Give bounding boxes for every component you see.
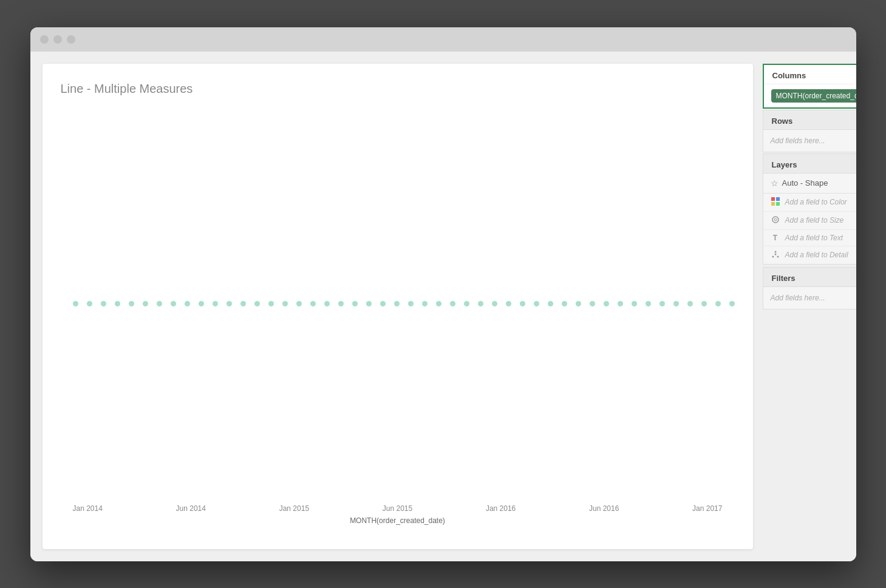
size-icon <box>771 215 780 226</box>
x-axis-label: Jan 2015 <box>279 504 309 513</box>
color-field-row[interactable]: Add a field to Color <box>763 194 856 212</box>
traffic-light-red[interactable] <box>40 35 49 44</box>
svg-point-11 <box>774 251 776 252</box>
dots-row <box>61 301 735 306</box>
x-axis-label: Jan 2017 <box>692 504 722 513</box>
chart-dot <box>436 301 441 306</box>
color-icon <box>771 197 780 208</box>
chart-dot <box>324 301 330 306</box>
chart-dot <box>478 301 483 306</box>
chart-dot <box>715 301 721 306</box>
filters-section: Filters Add fields here... <box>763 267 856 309</box>
title-bar <box>30 27 856 52</box>
filters-placeholder[interactable]: Add fields here... <box>771 294 825 302</box>
traffic-light-green[interactable] <box>67 35 75 44</box>
chart-dot <box>199 301 204 306</box>
x-axis-label: Jun 2016 <box>589 504 619 513</box>
chart-dot <box>687 301 693 306</box>
chart-dot <box>282 301 288 306</box>
detail-field-row[interactable]: Add a field to Detail <box>763 246 856 264</box>
columns-header: Columns <box>764 65 856 84</box>
chart-dot <box>352 301 358 306</box>
color-field-label: Add a field to Color <box>785 198 847 206</box>
chart-dot <box>646 301 651 306</box>
size-field-label: Add a field to Size <box>785 216 844 225</box>
svg-rect-4 <box>771 202 775 206</box>
layers-header: Layers <box>763 154 856 174</box>
chart-dot <box>729 301 735 306</box>
chart-dot <box>227 301 232 306</box>
chart-dot <box>268 301 274 306</box>
svg-rect-3 <box>776 197 780 201</box>
chart-dot <box>408 301 414 306</box>
size-field-row[interactable]: Add a field to Size <box>763 212 856 230</box>
chart-dot <box>296 301 302 306</box>
chart-dot <box>115 301 120 306</box>
auto-shape-row[interactable]: ☆ Auto - Shape ▾ <box>763 174 856 194</box>
chart-dot <box>548 301 553 306</box>
chart-area: Jan 2014Jun 2014Jan 2015Jun 2015Jan 2016… <box>61 108 735 525</box>
chart-dot <box>338 301 344 306</box>
chart-dot <box>310 301 316 306</box>
x-axis-label: Jun 2015 <box>383 504 412 513</box>
chart-dot <box>213 301 218 306</box>
chart-dot <box>240 301 246 306</box>
rows-section: Rows Add fields here... <box>763 110 856 152</box>
columns-body: MONTH(order_created_d... ▾ <box>764 84 856 107</box>
chart-dot <box>673 301 679 306</box>
svg-point-8 <box>772 255 774 257</box>
svg-rect-5 <box>776 202 780 206</box>
text-field-row[interactable]: T Add a field to Text <box>763 230 856 246</box>
x-axis-label: Jan 2014 <box>73 504 103 513</box>
layers-section: Layers ☆ Auto - Shape ▾ Add a field to C… <box>763 154 856 265</box>
x-axis-title: MONTH(order_created_date) <box>61 516 735 525</box>
chart-dot <box>659 301 665 306</box>
rows-header: Rows <box>763 110 856 130</box>
chart-dot <box>185 301 190 306</box>
chart-dot <box>450 301 455 306</box>
filters-body: Add fields here... <box>763 287 856 309</box>
chart-dot <box>618 301 623 306</box>
chart-dot <box>562 301 567 306</box>
svg-point-7 <box>774 218 777 221</box>
text-icon: T <box>771 234 780 242</box>
chart-dot <box>576 301 581 306</box>
star-icon: ☆ <box>771 178 779 188</box>
columns-section: Columns MONTH(order_created_d... ▾ <box>763 64 856 109</box>
chart-dot <box>492 301 497 306</box>
chart-dot <box>534 301 539 306</box>
rows-placeholder[interactable]: Add fields here... <box>771 137 825 145</box>
chart-dot <box>632 301 637 306</box>
chart-dot <box>506 301 511 306</box>
chart-dot <box>171 301 176 306</box>
svg-rect-2 <box>771 197 775 201</box>
x-axis-label: Jun 2014 <box>176 504 206 513</box>
detail-field-label: Add a field to Detail <box>785 251 848 259</box>
chart-dot <box>129 301 134 306</box>
columns-field-pill[interactable]: MONTH(order_created_d... ▾ <box>771 89 856 103</box>
columns-pill-container: MONTH(order_created_d... ▾ <box>771 89 856 103</box>
chart-dot <box>590 301 595 306</box>
chart-dot <box>422 301 428 306</box>
chart-dot <box>380 301 386 306</box>
svg-point-9 <box>774 253 776 255</box>
chart-dot <box>157 301 162 306</box>
chart-dot <box>254 301 260 306</box>
chart-dot <box>143 301 148 306</box>
chart-title: Line - Multiple Measures <box>61 82 735 96</box>
chart-dot <box>394 301 400 306</box>
chart-dot <box>366 301 372 306</box>
text-field-label: Add a field to Text <box>785 234 843 242</box>
chart-dot <box>87 301 92 306</box>
filters-header: Filters <box>763 268 856 287</box>
svg-point-10 <box>777 255 779 257</box>
rows-body: Add fields here... <box>763 130 856 152</box>
chart-dot <box>604 301 609 306</box>
chart-dot <box>701 301 707 306</box>
chart-dot <box>101 301 106 306</box>
traffic-light-yellow[interactable] <box>53 35 62 44</box>
detail-icon <box>771 250 780 260</box>
main-area: Line - Multiple Measures Jan 2014Jun 201… <box>30 52 856 561</box>
chart-dot <box>73 301 78 306</box>
columns-field-label: MONTH(order_created_d... <box>776 92 856 100</box>
